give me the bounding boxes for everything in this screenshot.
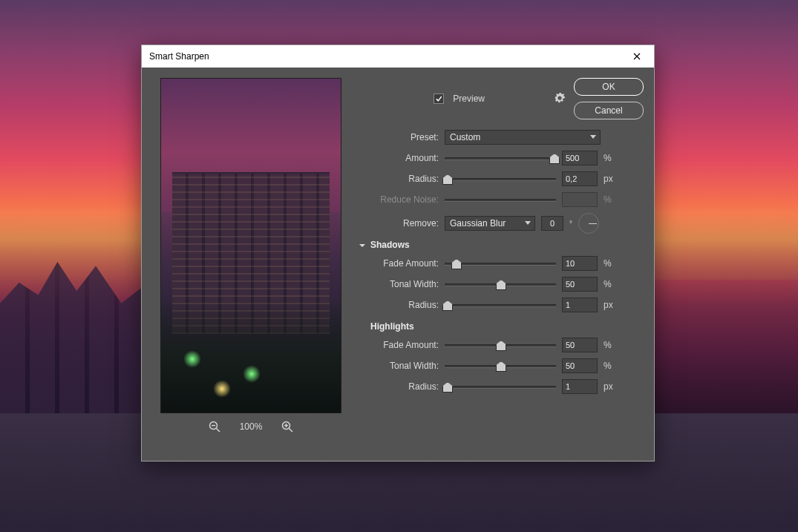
highlights-tonal-label: Tonal Width: [359,361,439,371]
dialog-title: Smart Sharpen [149,51,620,62]
ok-button[interactable]: OK [574,78,644,96]
degree-symbol: ° [569,220,572,228]
zoom-level[interactable]: 100% [240,421,263,432]
chevron-down-icon [525,221,531,225]
highlights-fade-label: Fade Amount: [359,340,439,350]
svg-line-1 [216,429,220,433]
zoom-controls: 100% [209,421,294,433]
preview-label: Preview [453,93,485,104]
gear-icon[interactable] [555,93,565,105]
preset-dropdown[interactable]: Custom [445,130,601,145]
radius-slider[interactable] [445,173,556,185]
cancel-button[interactable]: Cancel [574,102,644,119]
titlebar[interactable]: Smart Sharpen [142,45,654,68]
shadows-fade-label: Fade Amount: [359,258,439,269]
shadows-radius-field[interactable]: 1 [562,298,598,312]
highlights-tonal-slider[interactable] [445,360,556,372]
preview-image[interactable] [160,78,341,413]
radius-label: Radius: [359,174,439,184]
highlights-radius-label: Radius: [359,381,439,392]
highlights-radius-slider[interactable] [445,381,556,393]
preset-label: Preset: [359,132,439,142]
highlights-fade-slider[interactable] [445,339,556,351]
zoom-out-icon[interactable] [209,421,220,433]
highlights-tonal-field[interactable]: 50 [562,358,598,373]
remove-angle-field[interactable]: 0 [541,216,563,231]
shadows-fade-field[interactable]: 10 [562,256,598,271]
highlights-radius-field[interactable]: 1 [562,379,598,394]
reduce-noise-label: Reduce Noise: [359,194,439,205]
close-button[interactable] [620,45,654,68]
preview-checkbox[interactable] [434,93,444,104]
amount-slider[interactable] [445,152,556,164]
shadows-tonal-slider[interactable] [445,278,556,290]
shadows-radius-label: Radius: [359,300,439,310]
shadows-section-toggle[interactable]: Shadows [359,240,644,250]
reduce-noise-field [562,192,598,207]
highlights-fade-field[interactable]: 50 [562,338,598,352]
controls-panel: Preview OK Cancel Preset: Custom Amo [356,68,654,461]
preview-column: 100% [142,68,356,461]
shadows-radius-slider[interactable] [445,299,556,311]
highlights-heading: Highlights [370,321,414,332]
shadows-fade-slider[interactable] [445,257,556,269]
chevron-down-icon [590,135,596,139]
shadows-heading: Shadows [370,240,410,250]
remove-label: Remove: [359,218,439,229]
remove-dropdown[interactable]: Gaussian Blur [445,216,535,231]
radius-field[interactable]: 0,2 [562,171,598,186]
angle-wheel[interactable] [578,213,599,234]
shadows-tonal-field[interactable]: 50 [562,277,598,292]
highlights-section-toggle[interactable]: Highlights [359,321,644,332]
disclosure-down-icon [359,241,366,249]
zoom-in-icon[interactable] [281,421,293,433]
amount-field[interactable]: 500 [562,151,598,165]
smart-sharpen-dialog: Smart Sharpen 100% [141,45,655,462]
svg-line-4 [290,429,293,433]
reduce-noise-slider [445,194,556,206]
shadows-tonal-label: Tonal Width: [359,279,439,289]
amount-label: Amount: [359,153,439,163]
